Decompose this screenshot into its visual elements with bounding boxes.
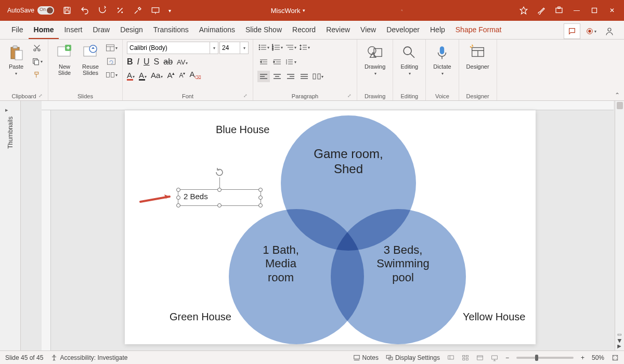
venn-outer-label-top[interactable]: Blue House <box>216 124 269 136</box>
underline-button[interactable]: U <box>144 57 150 67</box>
venn-text-top[interactable]: Game room, Shed <box>286 147 411 177</box>
font-size-combo[interactable]: ▾ <box>219 42 249 54</box>
text-direction-button[interactable]: ▾ <box>284 56 297 68</box>
editing-button[interactable]: Editing▾ <box>397 42 421 79</box>
tab-slideshow[interactable]: Slide Show <box>240 22 287 39</box>
cut-icon[interactable] <box>30 42 44 54</box>
zoom-slider-knob[interactable] <box>535 355 538 361</box>
maximize-button[interactable] <box>586 0 603 21</box>
tab-review[interactable]: Review <box>321 22 355 39</box>
font-name-input[interactable] <box>127 42 210 54</box>
tab-draw[interactable]: Draw <box>87 22 115 39</box>
tab-view[interactable]: View <box>355 22 381 39</box>
align-center-button[interactable] <box>271 71 283 82</box>
paste-button[interactable]: Paste▾ <box>4 42 28 79</box>
shrink-font-button[interactable]: A▾ <box>179 71 185 79</box>
redo-icon[interactable] <box>94 0 111 21</box>
format-painter-icon[interactable] <box>30 69 44 81</box>
search-icon[interactable] <box>401 0 419 21</box>
copy-icon[interactable]: ▾ <box>30 55 44 68</box>
venn-text-right[interactable]: 3 Beds, Swimming pool <box>348 243 458 284</box>
venn-text-left[interactable]: 1 Bath, Media room <box>229 243 333 284</box>
clipboard-launcher-icon[interactable]: ⤢ <box>37 93 44 99</box>
close-button[interactable]: ✕ <box>603 0 621 21</box>
highlight-button[interactable]: A▾ <box>139 71 147 80</box>
autocorrect-icon[interactable] <box>111 0 129 21</box>
font-color-button[interactable]: A▾ <box>127 71 135 80</box>
view-sorter-icon[interactable] <box>462 354 469 361</box>
scrollbar-thumb[interactable] <box>617 102 623 109</box>
shadow-button[interactable]: S <box>154 57 160 67</box>
font-launcher-icon[interactable]: ⤢ <box>242 93 249 99</box>
display-settings-button[interactable]: Display Settings <box>386 354 440 361</box>
tab-animations[interactable]: Animations <box>194 22 240 39</box>
reset-icon[interactable] <box>105 55 118 68</box>
tab-help[interactable]: Help <box>425 22 450 39</box>
search-input[interactable] <box>403 7 419 15</box>
venn-outer-label-right[interactable]: Yellow House <box>463 311 525 323</box>
justify-button[interactable] <box>298 71 310 82</box>
zoom-slider[interactable] <box>516 357 574 359</box>
autosave-toggle[interactable]: AutoSave On <box>3 6 58 15</box>
section-icon[interactable]: ▾ <box>105 69 118 81</box>
tab-shape-format[interactable]: Shape Format <box>450 22 507 39</box>
character-spacing-button[interactable]: AV▾ <box>177 58 188 66</box>
bullets-button[interactable]: ▾ <box>257 42 270 53</box>
eyedropper-icon[interactable] <box>129 0 147 21</box>
scroll-split-icon[interactable]: ▭ <box>617 332 622 337</box>
selected-textbox-text[interactable]: 2 Beds <box>184 192 208 201</box>
accessibility-status[interactable]: Accessibility: Investigate <box>50 354 127 361</box>
zoom-in-button[interactable]: + <box>581 354 584 361</box>
next-slide-icon[interactable]: ⯈ <box>617 344 622 349</box>
view-reading-icon[interactable] <box>476 354 484 361</box>
grow-font-button[interactable]: A▴ <box>167 71 175 80</box>
drawing-button[interactable]: Drawing▾ <box>361 42 388 79</box>
qat-overflow-icon[interactable]: ▾ <box>164 0 175 21</box>
tab-transitions[interactable]: Transitions <box>148 22 194 39</box>
venn-diagram[interactable]: Game room, Shed 1 Bath, Media room 3 Bed… <box>125 110 536 344</box>
slide[interactable]: Game room, Shed 1 Bath, Media room 3 Bed… <box>125 110 536 344</box>
rotation-handle-icon[interactable] <box>214 167 225 177</box>
change-case-button[interactable]: Aa▾ <box>151 71 163 80</box>
italic-button[interactable]: I <box>137 57 139 67</box>
tab-insert[interactable]: Insert <box>59 22 87 39</box>
resize-handle[interactable] <box>217 188 222 192</box>
decrease-indent-button[interactable] <box>257 56 270 68</box>
vertical-scrollbar[interactable]: ▭ ⯆ ⯈ <box>615 101 624 350</box>
numbering-button[interactable]: 123▾ <box>271 42 283 53</box>
document-title[interactable]: MiscWork▾ <box>271 7 305 15</box>
font-size-input[interactable] <box>219 42 240 54</box>
record-indicator-icon[interactable]: ▾ <box>582 23 599 39</box>
view-normal-icon[interactable] <box>447 354 454 361</box>
minimize-button[interactable]: — <box>568 0 586 21</box>
brush-icon[interactable] <box>532 0 550 21</box>
save-icon[interactable] <box>58 0 76 21</box>
window-mode-icon[interactable] <box>550 0 568 21</box>
share-button[interactable] <box>601 23 618 39</box>
increase-indent-button[interactable] <box>271 56 283 68</box>
clear-formatting-button[interactable]: A⌫ <box>189 70 201 80</box>
resize-handle[interactable] <box>258 188 263 192</box>
notes-button[interactable]: Notes <box>353 354 379 361</box>
font-name-combo[interactable]: ▾ <box>127 42 218 54</box>
align-right-button[interactable] <box>284 71 297 82</box>
tab-developer[interactable]: Developer <box>381 22 425 39</box>
resize-handle[interactable] <box>176 188 180 192</box>
comments-button[interactable] <box>564 23 580 39</box>
tab-record[interactable]: Record <box>287 22 321 39</box>
list-level-button[interactable]: ▾ <box>284 42 297 53</box>
tab-home[interactable]: Home <box>29 22 59 39</box>
line-spacing-button[interactable]: ▾ <box>298 42 310 53</box>
resize-handle[interactable] <box>258 196 263 200</box>
undo-icon[interactable] <box>76 0 94 21</box>
layout-icon[interactable]: ▾ <box>105 42 118 54</box>
thumbnail-pane[interactable]: ▸ Thumbnails <box>0 101 21 350</box>
premium-icon[interactable] <box>515 0 532 21</box>
zoom-level[interactable]: 50% <box>592 354 604 361</box>
dictate-button[interactable]: Dictate▾ <box>430 42 454 79</box>
collapse-ribbon-icon[interactable]: ⌃ <box>615 92 620 99</box>
strikethrough-button[interactable]: ab <box>163 57 173 67</box>
tab-file[interactable]: File <box>6 22 29 39</box>
bold-button[interactable]: B <box>127 57 133 67</box>
columns-button[interactable]: ▾ <box>311 71 324 82</box>
